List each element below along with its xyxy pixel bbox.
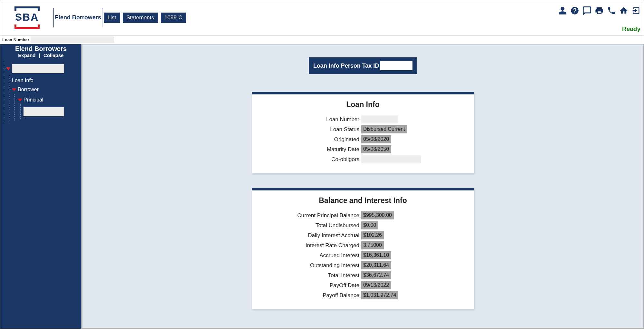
tree-root[interactable] bbox=[6, 63, 81, 75]
outstanding-interest-value: $20,311.64 bbox=[361, 261, 391, 269]
payoff-balance-label: Payoff Balance bbox=[260, 292, 361, 299]
rate-charged-label: Interest Rate Charged bbox=[260, 242, 361, 249]
accrued-interest-label: Accrued Interest bbox=[260, 252, 361, 259]
daily-interest-label: Daily Interest Accrual bbox=[260, 232, 361, 239]
total-undisbursed-value: $0.00 bbox=[361, 221, 378, 229]
maturity-date-label: Maturity Date bbox=[260, 146, 361, 153]
print-icon[interactable] bbox=[595, 6, 604, 15]
originated-value: 05/08/2020 bbox=[361, 135, 391, 143]
originated-label: Originated bbox=[260, 136, 361, 143]
separator: | bbox=[39, 53, 40, 58]
tree-loan-info[interactable]: Loan Info bbox=[12, 76, 81, 85]
balance-info-title: Balance and Interest Info bbox=[260, 196, 466, 205]
expand-icon bbox=[6, 67, 11, 70]
outstanding-interest-label: Outstanding Interest bbox=[260, 262, 361, 269]
expand-icon bbox=[18, 99, 22, 102]
loan-status-value: Disbursed Current bbox=[361, 125, 407, 133]
co-obligors-label: Co-obligors bbox=[260, 156, 361, 163]
loan-number-label: Loan Number bbox=[260, 116, 361, 123]
loan-number-input[interactable] bbox=[31, 36, 114, 43]
total-interest-label: Total Interest bbox=[260, 272, 361, 279]
loan-info-title: Loan Info bbox=[260, 100, 466, 109]
logout-icon[interactable] bbox=[631, 6, 640, 15]
tree-root-box bbox=[12, 64, 64, 73]
chat-icon[interactable] bbox=[582, 6, 592, 15]
expand-icon bbox=[12, 88, 16, 91]
status-ready: Ready bbox=[622, 25, 640, 33]
collapse-link[interactable]: Collapse bbox=[43, 53, 64, 58]
nav-section: Elend Borrowers List Statements 1099-C bbox=[53, 8, 189, 27]
balance-info-card: Balance and Interest Info Current Princi… bbox=[252, 188, 474, 309]
home-icon[interactable] bbox=[619, 6, 628, 15]
co-obligors-value bbox=[361, 155, 421, 163]
loan-info-card: Loan Info Loan Number Loan Status Disbur… bbox=[252, 92, 474, 173]
accrued-interest-value: $16,361.10 bbox=[361, 251, 391, 259]
header: SBA Elend Borrowers List Statements 1099… bbox=[0, 0, 644, 35]
loan-number-label: Loan Number bbox=[0, 37, 31, 42]
current-principal-label: Current Principal Balance bbox=[260, 212, 361, 219]
expand-link[interactable]: Expand bbox=[18, 53, 35, 58]
daily-interest-value: $102.26 bbox=[361, 231, 384, 239]
subheader: Loan Number bbox=[0, 35, 644, 44]
payoff-date-value: 09/13/2022 bbox=[361, 281, 391, 289]
payoff-date-label: PayOff Date bbox=[260, 282, 361, 289]
nav-title: Elend Borrowers bbox=[55, 8, 102, 27]
banner-taxid-box bbox=[380, 61, 412, 70]
content-area: Loan Info Person Tax ID Loan Info Loan N… bbox=[82, 44, 644, 329]
sidebar: Elend Borrowers Expand | Collapse Loan I… bbox=[0, 44, 81, 329]
sba-logo: SBA bbox=[13, 6, 41, 29]
main: Elend Borrowers Expand | Collapse Loan I… bbox=[0, 44, 644, 329]
tree-leaf[interactable] bbox=[24, 106, 81, 118]
tree: Loan Info Borrower Principal bbox=[0, 61, 81, 123]
banner-label: Loan Info Person Tax ID bbox=[313, 63, 379, 69]
loan-number-value bbox=[361, 115, 398, 123]
tree-principal[interactable]: Principal bbox=[18, 95, 81, 104]
user-icon[interactable] bbox=[558, 6, 567, 15]
current-principal-value: $995,300.00 bbox=[361, 211, 394, 219]
statements-button[interactable]: Statements bbox=[123, 13, 158, 23]
1099c-button[interactable]: 1099-C bbox=[161, 13, 186, 23]
total-undisbursed-label: Total Undisbursed bbox=[260, 222, 361, 229]
payoff-balance-value: $1,031,972.74 bbox=[361, 291, 398, 299]
loan-status-label: Loan Status bbox=[260, 126, 361, 133]
total-interest-value: $36,672.74 bbox=[361, 271, 391, 279]
phone-icon[interactable] bbox=[607, 6, 616, 15]
header-icons bbox=[558, 6, 640, 15]
tree-borrower[interactable]: Borrower bbox=[12, 85, 81, 94]
rate-charged-value: 3.75000 bbox=[361, 241, 384, 249]
sidebar-title: Elend Borrowers bbox=[0, 44, 81, 53]
maturity-date-value: 05/08/2050 bbox=[361, 145, 391, 153]
tree-leaf-box bbox=[24, 107, 64, 116]
help-icon[interactable] bbox=[570, 6, 579, 15]
list-button[interactable]: List bbox=[104, 13, 120, 23]
loan-info-banner: Loan Info Person Tax ID bbox=[309, 57, 417, 74]
